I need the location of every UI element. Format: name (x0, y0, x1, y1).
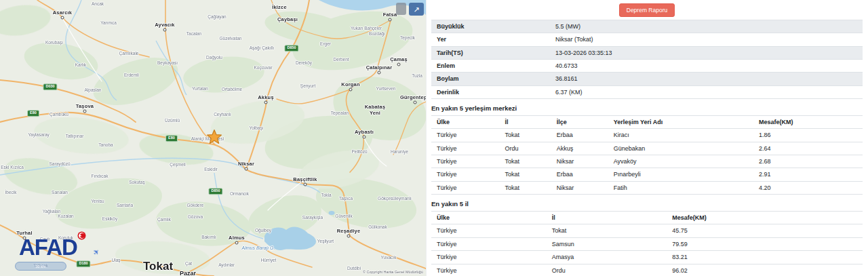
detail-value: 6.37 (KM) (550, 85, 863, 98)
map-layers-button[interactable] (396, 3, 406, 15)
almus-lake (264, 227, 316, 250)
table-cell: Niksar (551, 155, 608, 168)
table-header-row: ÜlkeİlMesafe(KM) (431, 212, 863, 224)
table-cell: Tokat (547, 224, 667, 237)
table-cell: 2.91 (753, 168, 863, 181)
detail-row: Tarih(TS)13-03-2026 03:35:13 (431, 46, 863, 59)
nearest-provinces-title: En yakın 5 il (431, 200, 863, 208)
column-header: Ülke (431, 212, 547, 224)
table-cell: Tokat (499, 155, 551, 168)
road-badge-d850: D850 (284, 45, 298, 52)
road-badge-d180: D180 (76, 260, 90, 267)
city-marker (163, 28, 167, 32)
city-marker (264, 101, 268, 104)
table-cell: Erbaa (551, 129, 608, 142)
city-marker (397, 63, 401, 66)
detail-row: Enlem40.6733 (431, 60, 863, 73)
map-expand-button[interactable]: ↗ (409, 3, 424, 16)
expand-arrow-icon: ↗ (413, 5, 419, 14)
table-cell: Türkiye (431, 129, 499, 142)
city-marker (378, 71, 381, 75)
table-cell: Kiracı (608, 129, 753, 142)
detail-label: Yer (431, 33, 550, 46)
table-row: TürkiyeTokatNiksarAyvaköy2.68 (431, 155, 863, 168)
map-canvas[interactable]: AncakYarımcaKorubaşıÇamlıkaleKarlıkErdem… (0, 0, 426, 276)
table-row: TürkiyeTokatNiksarFatih4.20 (431, 181, 863, 194)
table-cell: 2.64 (753, 142, 863, 155)
detail-label: Büyüklük (431, 20, 550, 33)
detail-label: Tarih(TS) (431, 46, 550, 59)
table-cell: 79.59 (667, 237, 863, 250)
detail-label: Derinlik (431, 85, 550, 98)
table-cell: Türkiye (431, 168, 499, 181)
table-cell: Niksar (551, 181, 608, 194)
earthquake-detail-panel: Deprem Raporu Büyüklük5.5 (MW)YerNiksar … (426, 0, 868, 276)
road-badge-e80: E80 (165, 135, 178, 142)
detail-row: Derinlik6.37 (KM) (431, 85, 863, 98)
detail-row: Büyüklük5.5 (MW) (431, 20, 863, 33)
city-marker (347, 235, 351, 238)
map-copyright: © Copyright Harita Genel Müdürlüğü (363, 270, 423, 274)
table-cell: Akkuş (551, 142, 608, 155)
detail-value: 5.5 (MW) (550, 20, 863, 33)
crescent-star-icon (77, 231, 86, 240)
afad-logo-text: AFAD (19, 235, 77, 260)
city-marker (414, 101, 417, 104)
table-cell: Ordu (499, 142, 551, 155)
detail-value: 36.8161 (550, 73, 863, 85)
nearest-settlements-table: ÜlkeİlİlçeYerleşim Yeri AdıMesafe(KM)Tür… (431, 115, 863, 195)
nearest-settlements-title: En yakın 5 yerleşim merkezi (431, 104, 863, 112)
nearest-provinces-table: ÜlkeİlMesafe(KM)TürkiyeTokat45.75Türkiye… (431, 211, 863, 276)
column-header: İlçe (551, 116, 608, 129)
table-cell: Erbaa (551, 168, 608, 181)
table-cell: Türkiye (431, 224, 547, 237)
deprem-raporu-button[interactable]: Deprem Raporu (619, 3, 675, 17)
detail-value: Niksar (Tokat) (550, 33, 863, 46)
table-cell: Fatih (608, 181, 753, 194)
column-header: Ülke (431, 116, 499, 129)
detail-row: YerNiksar (Tokat) (431, 33, 863, 46)
table-cell: Samsun (547, 237, 667, 250)
detail-value: 13-03-2026 03:35:13 (550, 46, 863, 59)
table-cell: Türkiye (431, 264, 547, 276)
table-cell: 83.21 (667, 251, 863, 264)
column-header: Yerleşim Yeri Adı (608, 116, 753, 129)
column-header: Mesafe(KM) (667, 212, 863, 224)
epicenter-star[interactable] (206, 129, 222, 148)
column-header: İl (499, 116, 551, 129)
table-row: TürkiyeSamsun79.59 (431, 237, 863, 250)
city-marker (304, 183, 307, 186)
earthquake-report-page: AncakYarımcaKorubaşıÇamlıkaleKarlıkErdem… (0, 0, 868, 276)
detail-label: Enlem (431, 60, 550, 73)
table-cell: 4.20 (753, 181, 863, 194)
city-marker (389, 18, 392, 22)
afad-logo: AFAD (19, 236, 77, 258)
table-header-row: ÜlkeİlİlçeYerleşim Yeri AdıMesafe(KM) (431, 116, 863, 129)
earthquake-details-table: Büyüklük5.5 (MW)YerNiksar (Tokat)Tarih(T… (431, 20, 863, 99)
table-cell: 1.86 (753, 129, 863, 142)
road-badge-e80: E80 (27, 110, 39, 117)
city-marker (363, 136, 366, 139)
scale-label: 30 km (36, 264, 46, 269)
detail-value: 40.6733 (550, 60, 863, 73)
column-header: Mesafe(KM) (753, 116, 863, 129)
table-row: TürkiyeTokatErbaaPınarbeyli2.91 (431, 168, 863, 181)
column-header: İl (547, 212, 667, 224)
table-row: TürkiyeAmasya83.21 (431, 251, 863, 264)
table-cell: 2.68 (753, 155, 863, 168)
table-cell: Ordu (547, 264, 667, 276)
road-badge-d030: D030 (43, 83, 57, 90)
detail-row: Boylam36.8161 (431, 73, 863, 85)
table-cell: Amasya (547, 251, 667, 264)
table-cell: Tokat (499, 181, 551, 194)
table-cell: Ayvaköy (608, 155, 753, 168)
city-marker (245, 167, 248, 171)
city-marker (61, 16, 64, 20)
city-marker (235, 241, 239, 245)
table-row: TürkiyeTokatErbaaKiracı1.86 (431, 129, 863, 142)
table-row: TürkiyeOrduAkkuşGünebakan2.64 (431, 142, 863, 155)
table-cell: Türkiye (431, 155, 499, 168)
map-scale-bar: 30 km (15, 262, 66, 271)
table-cell: Günebakan (608, 142, 753, 155)
table-cell: Türkiye (431, 181, 499, 194)
